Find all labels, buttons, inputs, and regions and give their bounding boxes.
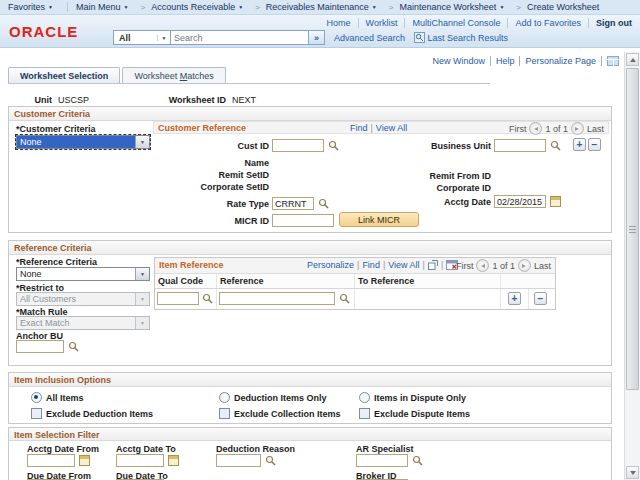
next-row-button[interactable] — [571, 122, 584, 135]
deduction-reason-lookup-icon[interactable] — [265, 455, 276, 466]
ar-specialist-lookup-icon[interactable] — [412, 455, 423, 466]
zoom-popup-icon[interactable] — [428, 260, 438, 270]
restrict-to-select: All Customers — [16, 292, 150, 306]
acctg-date-from-input[interactable] — [27, 454, 75, 467]
calendar-icon[interactable] — [79, 455, 90, 466]
acctg-date-from-label: Acctg Date From — [27, 444, 99, 454]
business-unit-input[interactable] — [494, 139, 546, 152]
add-row-cell — [501, 289, 529, 309]
grid-row-navigation: First 1 of 1 Last — [456, 259, 551, 272]
anchor-bu-input[interactable] — [16, 340, 64, 353]
previous-arrow-icon — [534, 127, 538, 131]
find-link[interactable]: Find — [362, 260, 380, 270]
breadcrumb-label: Accounts Receivable — [151, 2, 235, 12]
view-all-link[interactable]: View All — [388, 260, 419, 270]
cust-id-input[interactable] — [272, 139, 324, 152]
breadcrumb-accounts-receivable[interactable]: Accounts Receivable — [151, 2, 243, 12]
checkbox-icon[interactable] — [359, 408, 370, 419]
calendar-icon[interactable] — [168, 455, 179, 466]
breadcrumb-maintenance-worksheet[interactable]: Maintenance Worksheet — [399, 2, 504, 12]
find-link[interactable]: Find — [350, 123, 368, 133]
advanced-search-link[interactable]: Advanced Search — [334, 33, 405, 43]
checkbox-exclude-dispute-items[interactable]: Exclude Dispute Items — [359, 408, 470, 419]
chevron-down-icon[interactable] — [135, 268, 149, 280]
delete-row-button[interactable] — [588, 138, 601, 151]
search-input[interactable] — [171, 30, 309, 45]
acctg-date-input[interactable] — [494, 195, 546, 208]
search-scope-value: All — [114, 33, 157, 43]
remit-setid-label: Remit SetID — [159, 170, 269, 180]
sign-out-link[interactable]: Sign out — [596, 18, 632, 28]
scrollbar-down-button[interactable] — [626, 466, 639, 479]
grid-title: Item Reference — [159, 260, 224, 270]
radio-all-items[interactable]: All Items — [31, 392, 84, 403]
scrollbar-thumb[interactable] — [626, 68, 639, 390]
new-window-link[interactable]: New Window — [432, 56, 485, 66]
customer-criteria-select[interactable]: None — [16, 135, 150, 149]
breadcrumb-favorites[interactable]: Favorites — [8, 2, 53, 12]
checkbox-exclude-deduction-items[interactable]: Exclude Deduction Items — [31, 408, 153, 419]
selected-value: None — [17, 268, 135, 280]
personalize-page-link[interactable]: Personalize Page — [525, 56, 596, 66]
selected-value: Exact Match — [17, 317, 135, 329]
previous-row-button[interactable] — [476, 259, 489, 272]
view-all-link[interactable]: View All — [376, 123, 407, 133]
vertical-scrollbar[interactable] — [624, 52, 640, 480]
acctg-date-to-input[interactable] — [116, 454, 164, 467]
reference-input[interactable] — [219, 292, 335, 305]
search-scope-select[interactable]: All — [113, 30, 171, 45]
scrollbar-up-button[interactable] — [626, 53, 639, 66]
divider — [519, 56, 520, 66]
calendar-icon[interactable] — [550, 196, 561, 207]
previous-row-button[interactable] — [529, 122, 542, 135]
checkbox-exclude-collection-items[interactable]: Exclude Collection Items — [219, 408, 341, 419]
reference-lookup-icon[interactable] — [339, 293, 350, 304]
tab-worksheet-matches[interactable]: Worksheet Matches — [122, 67, 225, 84]
search-go-button[interactable] — [309, 30, 325, 45]
radio-icon[interactable] — [31, 392, 42, 403]
checkbox-icon[interactable] — [219, 408, 230, 419]
multichannel-console-link[interactable]: MultiChannel Console — [412, 18, 500, 28]
rate-type-input[interactable] — [272, 197, 314, 210]
breadcrumb-main-menu[interactable]: Main Menu — [76, 2, 128, 12]
divider: | — [423, 260, 425, 270]
link-micr-button[interactable]: Link MICR — [339, 212, 419, 227]
home-link[interactable]: Home — [327, 18, 351, 28]
find-viewall-links: Find|View All — [350, 123, 407, 133]
reference-criteria-select[interactable]: None — [16, 267, 150, 281]
radio-icon[interactable] — [219, 392, 230, 403]
rate-type-lookup-icon[interactable] — [318, 198, 329, 209]
corporate-setid-label: Corporate SetID — [159, 182, 269, 192]
cust-id-lookup-icon[interactable] — [328, 140, 339, 151]
last-label: Last — [587, 124, 604, 134]
add-row-button[interactable] — [573, 138, 586, 151]
business-unit-lookup-icon[interactable] — [550, 140, 561, 151]
radio-items-in-dispute-only[interactable]: Items in Dispute Only — [359, 392, 466, 403]
chevron-down-icon[interactable] — [135, 136, 149, 148]
personalize-page-icon[interactable] — [607, 56, 619, 66]
to-reference-cell — [355, 289, 501, 309]
section-title: Reference Criteria — [9, 241, 611, 255]
radio-icon[interactable] — [359, 392, 370, 403]
delete-row-button[interactable] — [534, 292, 547, 305]
ar-specialist-input[interactable] — [356, 454, 408, 467]
add-row-button[interactable] — [508, 292, 521, 305]
checkbox-icon[interactable] — [31, 408, 42, 419]
micr-id-input[interactable] — [272, 214, 334, 227]
radio-deduction-items-only[interactable]: Deduction Items Only — [219, 392, 327, 403]
anchor-bu-lookup-icon[interactable] — [68, 341, 79, 352]
qual-code-lookup-icon[interactable] — [202, 293, 213, 304]
personalize-link[interactable]: Personalize — [307, 260, 354, 270]
breadcrumb-receivables-maintenance[interactable]: Receivables Maintenance — [266, 2, 377, 12]
qual-code-input[interactable] — [157, 292, 199, 305]
deduction-reason-input[interactable] — [216, 454, 261, 467]
help-link[interactable]: Help — [496, 56, 515, 66]
last-search-results[interactable]: Last Search Results — [414, 32, 508, 43]
next-row-button[interactable] — [518, 259, 531, 272]
corporate-id-label: Corporate ID — [381, 183, 491, 193]
tab-worksheet-selection[interactable]: Worksheet Selection — [8, 67, 120, 84]
worklist-link[interactable]: Worklist — [366, 18, 398, 28]
add-to-favorites-link[interactable]: Add to Favorites — [515, 18, 581, 28]
last-search-results-link[interactable]: Last Search Results — [428, 33, 509, 43]
grid-header-bar: Item Reference Personalize | Find | View… — [155, 258, 555, 274]
